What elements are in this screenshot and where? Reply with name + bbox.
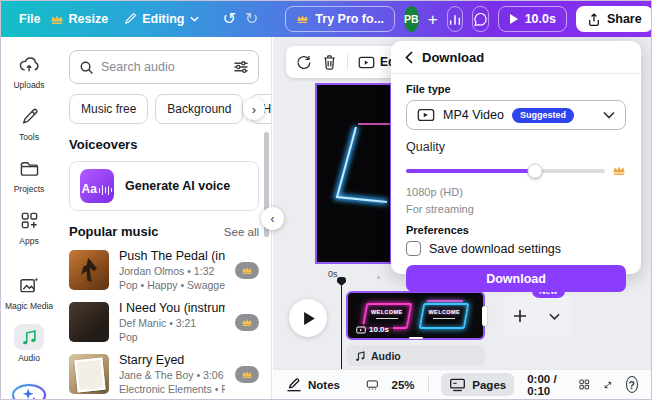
timeline-video-clip[interactable]: WELCOME WELCOME 10.0s [346,291,485,340]
magic-assistant-button[interactable] [12,384,46,400]
top-toolbar: File Resize Editing ↺ ↻ Try Pro fo... PB… [1,1,652,37]
sidebar-item-uploads[interactable]: Uploads [13,51,44,90]
add-member-icon[interactable]: + [428,11,438,28]
popular-music-see-all[interactable]: See all [224,226,259,238]
track-row[interactable]: Starry Eyed Jane & The Boy • 3:06 Electr… [69,353,259,395]
sidebar-item-audio[interactable]: Audio [14,324,44,363]
search-bar[interactable] [69,50,259,84]
file-menu[interactable]: File [19,12,41,26]
fullscreen-icon[interactable] [603,378,613,392]
trash-icon[interactable] [322,54,337,70]
add-page-button[interactable] [503,295,537,337]
chips-scroll-right-button[interactable]: › [243,98,265,120]
music-note-icon [354,350,366,362]
clip-trim-handle[interactable] [482,306,487,326]
video-clip-icon [358,56,375,69]
generate-ai-voice-card[interactable]: Aa Generate AI voice [69,161,259,211]
sidebar-item-magic-media[interactable]: Magic Media [5,272,53,311]
quality-label: Quality [406,140,626,154]
playhead-line [341,286,343,370]
share-upload-icon [587,12,601,27]
chevron-down-icon [190,16,199,22]
undo-button[interactable]: ↺ [223,11,236,27]
insights-button[interactable] [447,6,463,32]
quality-slider[interactable] [406,169,605,173]
quality-slider-thumb[interactable] [528,163,543,178]
comment-bubble-icon [473,12,488,27]
share-button[interactable]: Share [576,6,652,32]
track-artwork [69,354,109,394]
present-duration-button[interactable]: 10.0s [498,6,567,32]
crown-icon [241,266,253,275]
streaming-note: For streaming [406,203,626,215]
add-page-group [503,295,571,337]
track-row[interactable]: I Need You (instrumental) Def Manic • 3:… [69,301,259,343]
toolbar-divider [347,54,348,70]
popular-music-heading: Popular music [69,224,159,239]
video-file-icon [417,108,435,122]
search-input[interactable] [101,60,226,74]
collapse-panel-button[interactable]: ‹ [261,207,284,230]
grid-view-icon[interactable] [579,377,590,392]
try-pro-button[interactable]: Try Pro fo... [285,6,395,32]
timeline-playhead[interactable] [337,277,346,370]
sidebar-item-tools[interactable]: Tools [14,103,44,142]
object-panel-rail: Uploads Tools Projects Apps Magic Media … [1,37,57,399]
video-clip-icon [356,326,366,334]
filter-sliders-icon[interactable] [233,60,249,74]
duration-display-icon[interactable] [366,378,379,392]
pro-badge [235,314,259,331]
help-button[interactable]: ? [626,376,639,393]
plus-icon [513,309,527,323]
track-row[interactable]: Push The Pedal (inst) Jordan Olmos • 1:3… [69,249,259,291]
file-type-label: File type [406,83,626,95]
track-artwork [69,302,109,342]
audio-filter-chips: Music free Background Happy birth › [69,94,259,124]
download-button[interactable]: Download [406,265,626,292]
file-type-dropdown[interactable]: MP4 Video Suggested [406,100,626,130]
pen-tool-icon [20,107,39,126]
play-icon [509,13,519,25]
replace-loop-icon[interactable] [295,54,312,70]
notes-button[interactable]: Notes [286,378,340,392]
timeline-ruler-tick [377,276,380,279]
quality-slider-fill [406,169,535,173]
play-icon [303,311,316,326]
statusbar-divider [428,377,429,392]
sidebar-item-apps[interactable]: Apps [14,207,44,246]
sidebar-item-projects[interactable]: Projects [14,155,45,194]
editing-mode-dropdown[interactable]: Editing [123,12,198,26]
pro-badge [235,262,259,279]
download-panel: Download File type MP4 Video Suggested Q… [391,41,641,274]
save-settings-checkbox[interactable] [406,241,421,256]
video-canvas-page[interactable] [315,83,392,264]
back-icon[interactable] [405,51,413,64]
add-page-options-button[interactable] [537,295,571,337]
resize-menu[interactable]: Resize [50,12,109,26]
download-panel-title: Download [422,50,484,65]
chip-background[interactable]: Background [155,94,243,124]
account-avatar[interactable]: PB [404,6,419,32]
audio-track[interactable]: Audio [346,345,485,366]
download-panel-header: Download [391,41,641,74]
crown-icon [296,14,309,24]
comments-button[interactable] [472,6,489,32]
folder-icon [19,159,40,177]
pages-view-button[interactable]: Pages [441,373,514,396]
playhead-handle[interactable] [337,277,346,286]
chevron-down-icon [603,111,615,119]
search-icon [79,60,94,75]
playback-time: 0:00 / 0:10 [527,373,566,397]
clip-bottom-handle[interactable] [409,337,423,340]
save-settings-row[interactable]: Save download settings [406,241,626,256]
zoom-level[interactable]: 25% [392,379,415,391]
canva-editor-window: File Resize Editing ↺ ↻ Try Pro fo... PB… [0,0,652,400]
redo-button[interactable]: ↻ [245,11,258,27]
chip-music-free[interactable]: Music free [69,94,148,124]
timeline-play-button[interactable] [289,299,327,337]
music-note-icon [20,328,38,346]
magic-media-icon [19,276,39,294]
notes-pen-icon [286,378,302,392]
neon-frame-artwork [317,85,390,262]
audio-panel: Music free Background Happy birth › Voic… [57,37,272,399]
